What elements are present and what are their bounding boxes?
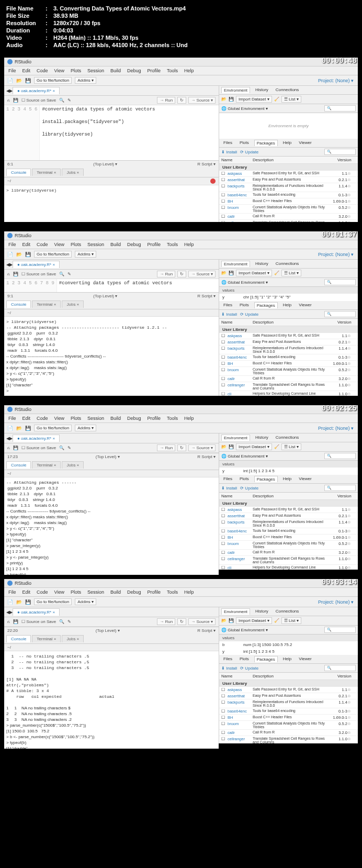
menu-tools[interactable]: Tools xyxy=(167,68,178,73)
menu-file[interactable]: File xyxy=(8,68,16,73)
package-row[interactable]: ☐assertthatEasy Pre and Post Assertions0… xyxy=(219,513,358,519)
package-checkbox[interactable]: ☐ xyxy=(221,177,228,182)
package-row[interactable]: ☐backportsReimplementations of Functions… xyxy=(219,519,358,528)
menu-debug[interactable]: Debug xyxy=(127,68,141,73)
addins-button[interactable]: Addins ▾ xyxy=(75,598,96,605)
run-button[interactable]: → Run xyxy=(157,97,175,104)
tab-history[interactable]: History xyxy=(253,608,270,615)
new-file-icon[interactable]: 📄 xyxy=(7,426,13,431)
package-row[interactable]: ☐askpassSafe Password Entry for R, Git, … xyxy=(219,687,358,693)
menu-view[interactable]: View xyxy=(54,416,64,421)
broom-icon[interactable]: 🧹 xyxy=(274,444,279,449)
menu-debug[interactable]: Debug xyxy=(127,416,141,421)
package-remove-icon[interactable]: ⊗ xyxy=(347,730,356,735)
window-titlebar[interactable]: RStudio xyxy=(4,231,358,240)
tab-files[interactable]: Files xyxy=(221,656,234,662)
package-name[interactable]: BH xyxy=(228,361,253,366)
global-env-selector[interactable]: 🌐 Global Environment ▾ xyxy=(221,106,268,111)
package-row[interactable]: ☐base64encTools for base64 encoding0.1-3… xyxy=(219,192,358,198)
package-checkbox[interactable]: ☐ xyxy=(221,199,228,204)
open-file-icon[interactable]: 📂 xyxy=(16,599,22,605)
package-row[interactable]: ☐callrCall R from R3.2.0⊗ xyxy=(219,214,358,220)
menu-code[interactable]: Code xyxy=(37,589,48,595)
find-icon[interactable]: 🔍 xyxy=(59,619,64,624)
window-titlebar[interactable]: RStudio xyxy=(4,405,358,414)
package-name[interactable]: cellranger xyxy=(228,220,253,222)
tab-history[interactable]: History xyxy=(253,261,270,267)
wand-icon[interactable]: ✎ xyxy=(67,98,71,103)
package-checkbox[interactable]: ☐ xyxy=(221,507,228,512)
package-name[interactable]: backports xyxy=(228,700,253,705)
package-checkbox[interactable]: ☐ xyxy=(221,535,228,540)
goto-file-input[interactable]: Go to file/function xyxy=(34,598,72,605)
project-selector[interactable]: Project: (None) ▾ xyxy=(318,599,354,605)
package-checkbox[interactable]: ☐ xyxy=(221,687,228,692)
source-file-tab[interactable]: ● oak.academy.R* × xyxy=(13,87,60,94)
console-output[interactable]: > library(tidyverse) -- Attaching packag… xyxy=(4,317,219,396)
broom-icon[interactable]: 🧹 xyxy=(274,97,279,102)
tab-plots[interactable]: Plots xyxy=(237,302,251,308)
package-remove-icon[interactable]: ⊗ xyxy=(347,557,356,561)
console-tab[interactable]: Console xyxy=(6,301,31,308)
package-checkbox[interactable]: ☐ xyxy=(221,514,228,518)
menu-tools[interactable]: Tools xyxy=(167,589,178,595)
menu-session[interactable]: Session xyxy=(87,242,104,247)
find-icon[interactable]: 🔍 xyxy=(59,446,64,450)
list-view-button[interactable]: ☰ List ▾ xyxy=(281,96,301,103)
package-checkbox[interactable]: ☐ xyxy=(221,541,228,546)
package-row[interactable]: ☐cellrangerTranslate Spreadsheet Cell Ra… xyxy=(219,382,358,391)
tab-connections[interactable]: Connections xyxy=(274,261,301,267)
tab-help[interactable]: Help xyxy=(281,140,293,146)
tab-connections[interactable]: Connections xyxy=(274,87,301,93)
tab-viewer[interactable]: Viewer xyxy=(297,476,313,482)
package-checkbox[interactable]: ☐ xyxy=(221,557,228,561)
tab-packages[interactable]: Packages xyxy=(254,302,278,308)
package-remove-icon[interactable]: ⊗ xyxy=(347,529,356,533)
show-icon[interactable]: ⎌ xyxy=(7,446,10,450)
package-name[interactable]: base64enc xyxy=(228,709,253,714)
rerun-icon[interactable]: ↻ xyxy=(177,618,186,625)
package-row[interactable]: ☐callrCall R from R3.2.0⊗ xyxy=(219,376,358,382)
terminal-tab[interactable]: Terminal × xyxy=(32,461,61,469)
package-checkbox[interactable]: ☐ xyxy=(221,392,228,396)
menu-profile[interactable]: Profile xyxy=(148,242,161,247)
source-on-save-checkbox[interactable]: ☐ Source on Save xyxy=(21,272,56,276)
menu-build[interactable]: Build xyxy=(110,416,121,421)
menu-tools[interactable]: Tools xyxy=(167,416,178,421)
save-env-icon[interactable]: 💾 xyxy=(229,444,234,449)
package-remove-icon[interactable]: ⊗ xyxy=(347,376,356,381)
menu-build[interactable]: Build xyxy=(110,242,121,247)
package-name[interactable]: backports xyxy=(228,520,253,525)
menu-plots[interactable]: Plots xyxy=(71,589,81,595)
package-row[interactable]: ☐assertthatEasy Pre and Post Assertions0… xyxy=(219,177,358,183)
console-tab[interactable]: Console xyxy=(6,635,31,642)
update-button[interactable]: ⟳ Update xyxy=(240,486,258,491)
install-button[interactable]: ⬇ Install xyxy=(221,486,237,491)
package-name[interactable]: askpass xyxy=(228,507,253,512)
tab-help[interactable]: Help xyxy=(281,476,293,482)
package-row[interactable]: ☐cliHelpers for Developing Command Line … xyxy=(219,391,358,396)
wand-icon[interactable]: ✎ xyxy=(67,446,71,450)
menu-session[interactable]: Session xyxy=(87,68,104,73)
menu-file[interactable]: File xyxy=(8,416,16,421)
package-checkbox[interactable]: ☐ xyxy=(221,715,228,720)
package-row[interactable]: ☐askpassSafe Password Entry for R, Git, … xyxy=(219,171,358,177)
package-remove-icon[interactable]: ⊗ xyxy=(347,361,356,366)
console-output[interactable]: -- Attaching packages ------ ggplot2 3.2… xyxy=(4,477,219,591)
rerun-icon[interactable]: ↻ xyxy=(177,271,186,277)
package-checkbox[interactable]: ☐ xyxy=(221,333,228,338)
menu-build[interactable]: Build xyxy=(110,589,121,595)
menu-session[interactable]: Session xyxy=(87,416,104,421)
env-variable-row[interactable]: yint [1:5] 1 2 3 4 5 xyxy=(219,648,358,655)
save-env-icon[interactable]: 💾 xyxy=(229,97,234,102)
save-file-icon[interactable]: 💾 xyxy=(13,98,18,103)
menu-code[interactable]: Code xyxy=(37,242,48,247)
package-row[interactable]: ☐askpassSafe Password Entry for R, Git, … xyxy=(219,507,358,513)
import-dataset-button[interactable]: Import Dataset ▾ xyxy=(236,270,272,276)
new-file-icon[interactable]: 📄 xyxy=(7,599,13,605)
menu-tools[interactable]: Tools xyxy=(167,242,178,247)
package-row[interactable]: ☐BHBoost C++ Header Files1.69.0-1⊗ xyxy=(219,535,358,541)
package-remove-icon[interactable]: ⊗ xyxy=(347,340,356,344)
global-env-selector[interactable]: 🌐 Global Environment ▾ xyxy=(221,280,268,285)
new-file-icon[interactable]: 📄 xyxy=(7,252,13,257)
